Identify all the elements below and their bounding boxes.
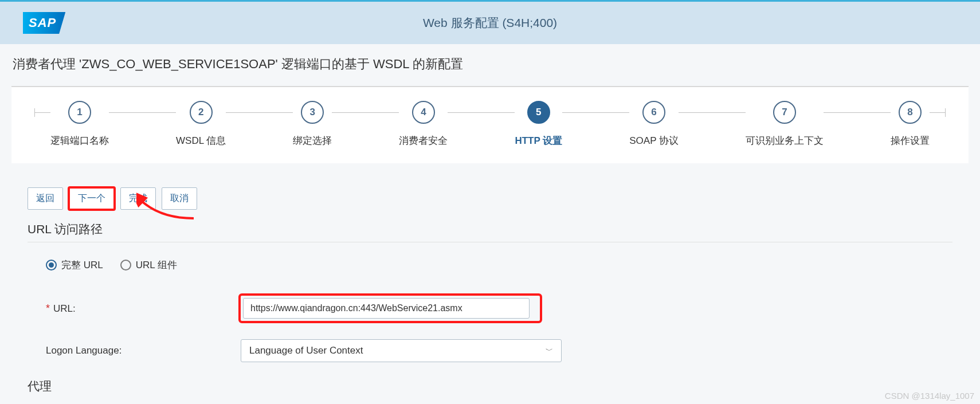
next-button[interactable]: 下一个 [69, 187, 115, 210]
sap-logo: SAP [23, 12, 65, 34]
wizard-step-circle: 6 [642, 101, 665, 124]
wizard-step-8[interactable]: 8操作设置 [891, 101, 930, 147]
page-title: 消费者代理 'ZWS_CO_WEB_SERVICE1SOAP' 逻辑端口的基于 … [0, 44, 980, 80]
wizard-step-label: SOAP 协议 [629, 134, 679, 147]
wizard-step-circle: 7 [773, 101, 796, 124]
logon-language-value: Language of User Context [249, 345, 363, 356]
wizard-connector [332, 112, 399, 113]
url-field-row: * URL: [46, 293, 952, 323]
wizard-step-label: 可识别业务上下文 [746, 134, 824, 147]
wizard-step-label: HTTP 设置 [515, 134, 562, 147]
wizard-connector [448, 112, 515, 113]
wizard-step-label: WSDL 信息 [176, 134, 226, 147]
wizard-connector [226, 112, 293, 113]
radio-icon [120, 260, 131, 270]
wizard-step-circle: 3 [301, 101, 324, 124]
watermark: CSDN @1314lay_1007 [885, 391, 974, 394]
wizard-step-5[interactable]: 5HTTP 设置 [515, 101, 562, 147]
wizard-connector [109, 112, 176, 113]
finish-button[interactable]: 完成 [120, 187, 156, 210]
wizard-step-label: 操作设置 [891, 134, 930, 147]
content-area: 返回 下一个 完成 取消 URL 访问路径 完整 URL URL 组件 [0, 163, 980, 394]
wizard-step-circle: 2 [190, 101, 213, 124]
url-input[interactable] [243, 298, 530, 319]
url-label-text: URL: [53, 303, 76, 315]
wizard-step-2[interactable]: 2WSDL 信息 [176, 101, 226, 147]
wizard-steps: 1逻辑端口名称2WSDL 信息3绑定选择4消费者安全5HTTP 设置6SOAP … [29, 91, 951, 147]
wizard-edge-left [34, 112, 50, 113]
required-asterisk: * [46, 303, 50, 315]
section-proxy-title: 代理 [28, 378, 952, 394]
url-mode-radio-group: 完整 URL URL 组件 [46, 258, 952, 272]
wizard-step-label: 逻辑端口名称 [50, 134, 109, 147]
wizard-step-label: 绑定选择 [293, 134, 332, 147]
radio-label-full-url: 完整 URL [61, 258, 103, 272]
wizard-connector [824, 112, 891, 113]
wizard-container: 1逻辑端口名称2WSDL 信息3绑定选择4消费者安全5HTTP 设置6SOAP … [11, 86, 969, 163]
logon-language-row: Logon Language: Language of User Context… [46, 339, 952, 362]
wizard-step-circle: 5 [527, 101, 550, 124]
cancel-button[interactable]: 取消 [162, 187, 197, 210]
radio-full-url[interactable]: 完整 URL [46, 258, 103, 272]
logon-language-select[interactable]: Language of User Context ﹀ [241, 339, 562, 362]
wizard-step-circle: 4 [412, 101, 435, 124]
logon-language-label: Logon Language: [46, 345, 241, 356]
app-header: SAP Web 服务配置 (S4H;400) [0, 2, 980, 44]
radio-icon [46, 260, 57, 270]
url-input-highlight [238, 293, 542, 323]
wizard-step-3[interactable]: 3绑定选择 [293, 101, 332, 147]
wizard-step-4[interactable]: 4消费者安全 [399, 101, 448, 147]
wizard-step-7[interactable]: 7可识别业务上下文 [746, 101, 824, 147]
wizard-step-label: 消费者安全 [399, 134, 448, 147]
wizard-connector [679, 112, 746, 113]
url-field-label: * URL: [46, 303, 241, 315]
form-area: 完整 URL URL 组件 * URL: Logon Language: Lan… [28, 258, 952, 362]
wizard-step-circle: 1 [68, 101, 91, 124]
section-url-path-title: URL 访问路径 [28, 221, 952, 242]
wizard-step-6[interactable]: 6SOAP 协议 [629, 101, 679, 147]
action-button-row: 返回 下一个 完成 取消 [28, 187, 952, 210]
radio-url-component[interactable]: URL 组件 [120, 258, 177, 272]
chevron-down-icon: ﹀ [546, 346, 553, 356]
wizard-connector [562, 112, 629, 113]
radio-label-url-component: URL 组件 [136, 258, 177, 272]
wizard-step-circle: 8 [899, 101, 922, 124]
wizard-step-1[interactable]: 1逻辑端口名称 [50, 101, 109, 147]
header-title: Web 服务配置 (S4H;400) [423, 15, 557, 31]
back-button[interactable]: 返回 [28, 187, 63, 210]
wizard-edge-right [930, 112, 946, 113]
